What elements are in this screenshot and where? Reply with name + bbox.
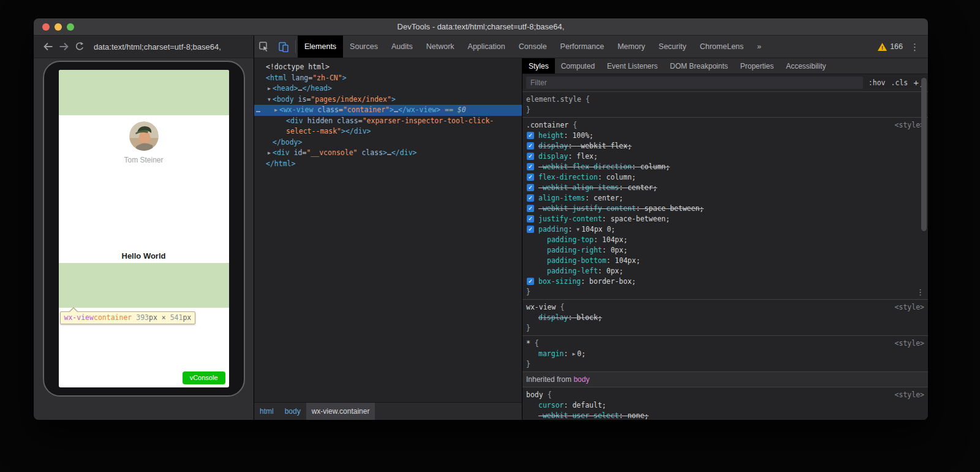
- property-checkbox[interactable]: ✓: [527, 278, 534, 285]
- tab-more[interactable]: »: [750, 36, 768, 58]
- rule-selector[interactable]: wx-view: [526, 303, 556, 311]
- property-value[interactable]: space-between;: [611, 215, 670, 223]
- forward-button[interactable]: [56, 39, 72, 55]
- tab-chromelens[interactable]: ChromeLens: [693, 36, 750, 58]
- css-property[interactable]: ✓flex-direction: column;: [526, 172, 918, 183]
- styles-tab-styles[interactable]: Styles: [522, 58, 555, 74]
- property-name[interactable]: height: [538, 131, 564, 140]
- css-property[interactable]: ✓-webkit-flex-direction: column;: [526, 162, 918, 172]
- dom-tree-line[interactable]: ▶<div id="__vconsole" class>…</div>: [254, 148, 522, 159]
- rule-selector[interactable]: element.style: [526, 95, 581, 104]
- property-value[interactable]: 0px;: [611, 246, 628, 254]
- tab-audits[interactable]: Audits: [385, 36, 420, 58]
- close-window-button[interactable]: [42, 23, 50, 31]
- dom-tree-line[interactable]: </body>: [254, 137, 522, 148]
- property-checkbox[interactable]: ✓: [527, 163, 534, 170]
- inherited-node-link[interactable]: body: [573, 375, 589, 384]
- css-property[interactable]: display: block;: [526, 313, 918, 323]
- property-checkbox[interactable]: ✓: [527, 173, 534, 181]
- console-warning-badge[interactable]: ! 166: [878, 36, 907, 58]
- toggle-hover-state-button[interactable]: :hov: [869, 78, 886, 87]
- shorthand-expand-closed-icon[interactable]: ▶: [572, 349, 575, 359]
- property-checkbox[interactable]: ✓: [527, 184, 534, 191]
- tab-console[interactable]: Console: [512, 36, 554, 58]
- property-name[interactable]: cursor: [538, 401, 564, 409]
- back-button[interactable]: [40, 39, 56, 55]
- rule-selector[interactable]: .container: [526, 121, 568, 129]
- breadcrumb-wx-view-container[interactable]: wx-view.container: [306, 403, 375, 421]
- property-value[interactable]: column;: [606, 173, 636, 181]
- property-value[interactable]: center;: [627, 183, 657, 192]
- property-name[interactable]: align-items: [538, 194, 585, 202]
- minimize-window-button[interactable]: [55, 23, 62, 31]
- property-value[interactable]: -webkit-flex;: [576, 142, 631, 150]
- property-value[interactable]: space-between;: [644, 204, 704, 213]
- zoom-window-button[interactable]: [67, 23, 74, 31]
- stylesheet-origin-link[interactable]: <style>: [895, 338, 924, 349]
- property-value[interactable]: none;: [627, 411, 649, 420]
- property-name[interactable]: justify-content: [538, 215, 602, 223]
- property-name[interactable]: padding-top: [547, 235, 594, 244]
- toggle-device-toolbar-button[interactable]: [274, 36, 293, 58]
- dom-tree-line[interactable]: <html lang="zh-CN">: [254, 73, 522, 84]
- dom-tree-line[interactable]: ▶<head>…</head>: [254, 83, 522, 94]
- devtools-menu-icon[interactable]: ⋮: [907, 36, 928, 58]
- styles-tab-dom-breakpoints[interactable]: DOM Breakpoints: [664, 58, 734, 74]
- property-value[interactable]: 0;: [577, 349, 586, 358]
- property-value[interactable]: center;: [594, 194, 623, 202]
- css-property[interactable]: padding-top: 104px;: [526, 235, 918, 245]
- expand-arrow-closed-icon[interactable]: ▶: [273, 105, 279, 116]
- styles-filter-input[interactable]: [526, 77, 863, 89]
- property-checkbox[interactable]: ✓: [527, 215, 534, 223]
- property-name[interactable]: display: [538, 313, 568, 322]
- property-name[interactable]: -webkit-align-items: [538, 183, 619, 192]
- property-value[interactable]: border-box;: [589, 277, 636, 286]
- css-property[interactable]: padding-left: 0px;: [526, 266, 918, 276]
- expand-arrow-open-icon[interactable]: ▼: [266, 95, 273, 105]
- css-property[interactable]: ✓align-items: center;: [526, 193, 918, 204]
- css-property[interactable]: ✓-webkit-align-items: center;: [526, 183, 918, 193]
- breadcrumb-html[interactable]: html: [254, 403, 279, 421]
- rule-overflow-menu-icon[interactable]: ⋮: [916, 287, 924, 297]
- property-checkbox[interactable]: ✓: [527, 205, 534, 212]
- css-property[interactable]: ✓-webkit-justify-content: space-between;: [526, 204, 918, 214]
- property-name[interactable]: padding: [538, 225, 568, 234]
- breadcrumb-body[interactable]: body: [279, 403, 306, 421]
- property-value[interactable]: flex;: [576, 152, 598, 161]
- property-checkbox[interactable]: ✓: [527, 194, 534, 202]
- tab-elements[interactable]: Elements: [298, 36, 343, 58]
- property-value[interactable]: block;: [576, 313, 602, 322]
- url-field[interactable]: data:text/html;charset=utf-8;base64,: [94, 42, 221, 51]
- tab-memory[interactable]: Memory: [611, 36, 652, 58]
- property-checkbox[interactable]: ✓: [527, 142, 534, 150]
- property-name[interactable]: display: [538, 142, 568, 150]
- styles-tab-event-listeners[interactable]: Event Listeners: [601, 58, 664, 74]
- tab-network[interactable]: Network: [420, 36, 461, 58]
- css-property[interactable]: ✓padding: ▼104px 0;: [526, 224, 918, 235]
- css-property[interactable]: ✓display: flex;: [526, 151, 918, 162]
- property-value[interactable]: column;: [640, 162, 669, 171]
- property-value[interactable]: 104px;: [602, 235, 628, 244]
- property-name[interactable]: display: [538, 152, 568, 161]
- styles-tab-accessibility[interactable]: Accessibility: [780, 58, 832, 74]
- stylesheet-origin-link[interactable]: <style>: [895, 390, 924, 400]
- stylesheet-origin-link[interactable]: <style>: [895, 120, 924, 131]
- property-checkbox[interactable]: ✓: [527, 153, 534, 160]
- rule-selector[interactable]: *: [526, 339, 530, 348]
- dom-tree-line[interactable]: select--mask"></div>: [254, 126, 522, 137]
- tab-application[interactable]: Application: [461, 36, 512, 58]
- css-property[interactable]: margin: ▶0;: [526, 349, 918, 359]
- rule-selector[interactable]: body: [526, 390, 543, 399]
- css-property[interactable]: cursor: default;: [526, 400, 918, 411]
- property-name[interactable]: padding-bottom: [547, 256, 606, 265]
- expand-arrow-closed-icon[interactable]: ▶: [266, 148, 273, 159]
- property-value[interactable]: 104px;: [615, 256, 641, 265]
- css-property[interactable]: ✓height: 100%;: [526, 131, 918, 141]
- css-property[interactable]: -webkit-user-select: none;: [526, 411, 918, 420]
- tab-security[interactable]: Security: [652, 36, 693, 58]
- dom-tree-line[interactable]: …▶<wx-view class="container">…</wx-view>…: [254, 105, 522, 116]
- titlebar[interactable]: DevTools - data:text/html;charset=utf-8;…: [34, 18, 928, 36]
- property-name[interactable]: -webkit-flex-direction: [538, 162, 631, 171]
- tab-performance[interactable]: Performance: [554, 36, 611, 58]
- dom-tree-line[interactable]: <div hidden class="exparser-inspector-to…: [254, 116, 522, 127]
